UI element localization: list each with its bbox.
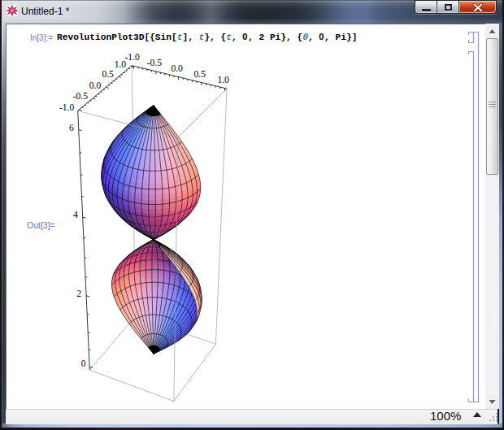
svg-text:4: 4: [73, 210, 78, 219]
svg-text:0.5: 0.5: [102, 69, 114, 79]
svg-text:0: 0: [81, 358, 86, 368]
svg-text:1.0: 1.0: [115, 59, 127, 69]
svg-text:2: 2: [76, 289, 81, 298]
svg-text:0.5: 0.5: [194, 69, 206, 79]
svg-text:-1.0: -1.0: [124, 52, 139, 62]
svg-text:0.0: 0.0: [89, 80, 102, 90]
svg-text:-0.5: -0.5: [147, 58, 162, 67]
svg-text:-0.5: -0.5: [73, 91, 88, 101]
svg-text:1.0: 1.0: [217, 75, 229, 85]
svg-text:0.0: 0.0: [171, 63, 183, 73]
svg-text:-1.0: -1.0: [59, 102, 74, 112]
svg-text:6: 6: [69, 123, 74, 132]
